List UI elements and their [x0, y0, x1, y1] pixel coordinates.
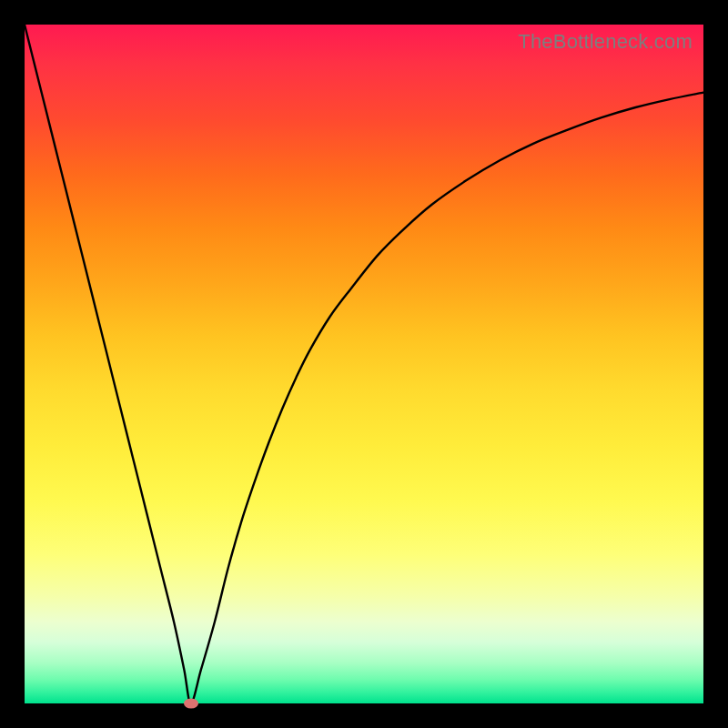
bottleneck-curve: [25, 25, 703, 703]
optimal-marker: [184, 699, 198, 709]
plot-area: TheBottleneck.com: [25, 25, 703, 703]
chart-frame: TheBottleneck.com: [0, 0, 728, 728]
